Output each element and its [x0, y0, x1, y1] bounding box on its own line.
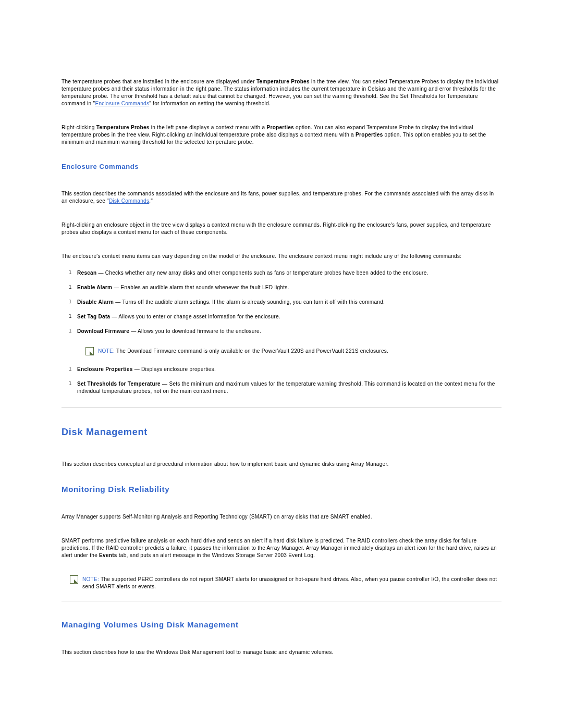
note-label: NOTE:: [82, 576, 101, 582]
heading-enclosure-commands: Enclosure Commands: [62, 163, 501, 170]
text-bold: Properties: [267, 125, 294, 130]
text-bold: Temperature Probes: [256, 79, 310, 84]
body-paragraph: Right-clicking Temperature Probes in the…: [62, 124, 501, 146]
list-item: Enclosure Properties — Displays enclosur…: [62, 366, 501, 373]
text-bold: Temperature Probes: [96, 125, 150, 130]
list-item-desc: — Checks whether any new array disks and…: [96, 270, 428, 276]
list-item-term: Enclosure Properties: [77, 366, 133, 372]
list-item-term: Disable Alarm: [77, 299, 114, 305]
body-paragraph: Right-clicking an enclosure object in th…: [62, 221, 501, 236]
note-icon: [70, 575, 78, 584]
note-icon: [85, 347, 94, 355]
body-paragraph: The enclosure's context menu items can v…: [62, 253, 501, 260]
text: .": [149, 198, 153, 204]
list-item: Enable Alarm — Enables an audible alarm …: [62, 284, 501, 291]
text: tab, and puts an alert message in the Wi…: [117, 552, 315, 558]
body-paragraph: This section describes conceptual and pr…: [62, 461, 501, 468]
list-item: Disable Alarm — Turns off the audible al…: [62, 299, 501, 306]
list-item-desc: — Allows you to enter or change asset in…: [110, 314, 280, 319]
document-page: The temperature probes that are installe…: [0, 0, 563, 714]
list-item: Set Thresholds for Temperature — Sets th…: [62, 380, 501, 395]
note-block: NOTE: The Download Firmware command is o…: [62, 348, 501, 355]
command-list: Rescan — Checks whether any new array di…: [62, 269, 501, 335]
list-item: Rescan — Checks whether any new array di…: [62, 269, 501, 277]
note-label: NOTE:: [98, 348, 116, 354]
note-text: NOTE: The supported PERC controllers do …: [82, 576, 501, 590]
list-item-term: Set Thresholds for Temperature: [77, 381, 161, 387]
text: Right-clicking: [62, 125, 96, 130]
body-paragraph: This section describes the commands asso…: [62, 190, 501, 205]
list-item: Set Tag Data — Allows you to enter or ch…: [62, 313, 501, 320]
list-item-term: Set Tag Data: [77, 314, 110, 319]
text: The Download Firmware command is only av…: [116, 348, 388, 354]
text: The supported PERC controllers do not re…: [82, 576, 497, 589]
heading-managing-volumes: Managing Volumes Using Disk Management: [62, 620, 501, 629]
text: " for information on setting the warning…: [149, 101, 271, 106]
text-bold: Properties: [356, 132, 383, 138]
list-item-desc: — Turns off the audible alarm settings. …: [114, 299, 385, 305]
link-enclosure-commands[interactable]: Enclosure Commands: [95, 101, 149, 106]
divider: [62, 408, 501, 408]
heading-disk-management: Disk Management: [62, 427, 501, 438]
text-bold: Events: [99, 552, 117, 558]
note-block: NOTE: The supported PERC controllers do …: [62, 576, 501, 590]
text: in the left pane displays a context menu…: [150, 125, 267, 130]
body-paragraph: The temperature probes that are installe…: [62, 78, 501, 107]
divider: [62, 601, 501, 601]
body-paragraph: Array Manager supports Self-Monitoring A…: [62, 513, 501, 521]
list-item-desc: — Enables an audible alarm that sounds w…: [112, 285, 289, 290]
list-item-desc: — Displays enclosure properties.: [133, 366, 216, 372]
text: The temperature probes that are installe…: [62, 79, 256, 84]
list-item-desc: — Allows you to download firmware to the…: [129, 328, 261, 334]
list-item-term: Enable Alarm: [77, 285, 112, 290]
list-item-term: Rescan: [77, 270, 96, 276]
link-disk-commands[interactable]: Disk Commands: [109, 198, 149, 204]
command-list: Enclosure Properties — Displays enclosur…: [62, 366, 501, 395]
heading-monitoring-disk-reliability: Monitoring Disk Reliability: [62, 485, 501, 493]
list-item-term: Download Firmware: [77, 328, 129, 334]
body-paragraph: SMART performs predictive failure analys…: [62, 537, 501, 559]
list-item: Download Firmware — Allows you to downlo…: [62, 328, 501, 335]
body-paragraph: This section describes how to use the Wi…: [62, 649, 501, 656]
note-text: NOTE: The Download Firmware command is o…: [98, 348, 501, 355]
